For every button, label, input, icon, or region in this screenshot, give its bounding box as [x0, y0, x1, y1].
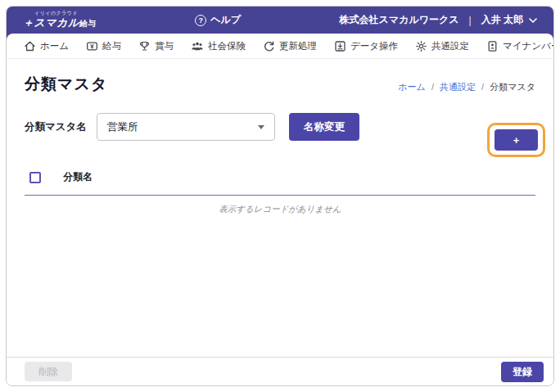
- nav-item-common-settings[interactable]: 共通設定: [415, 40, 469, 52]
- master-name-select-value: 営業所: [107, 120, 138, 134]
- user-menu[interactable]: 入井 太郎: [481, 13, 537, 27]
- nav-item-bonus[interactable]: 賞与: [138, 40, 174, 52]
- breadcrumb-separator: /: [431, 82, 434, 92]
- user-name: 入井 太郎: [481, 13, 523, 27]
- table-divider: [25, 195, 535, 196]
- app-logo[interactable]: イリイのクラウド ＋スマカル給与: [23, 11, 97, 29]
- logo-text: ＋スマカル給与: [23, 16, 97, 29]
- account-separator: |: [469, 15, 472, 26]
- refresh-icon: [263, 40, 275, 52]
- master-name-label: 分類マスタ名: [25, 120, 97, 134]
- add-button-highlight-annotation: +: [487, 123, 545, 157]
- category-name-column-header: 分類名: [63, 170, 93, 184]
- logo-plus-icon: ＋: [23, 16, 34, 29]
- select-caret-icon: [258, 125, 264, 129]
- logo-tagline: イリイのクラウド: [23, 11, 97, 16]
- main-nav: ホーム 給与 賞与 社会保険 更新処理 データ操作 共通設定 マイナンバー: [7, 34, 553, 59]
- footer-bar: 削除 登録: [7, 357, 553, 385]
- rename-button[interactable]: 名称変更: [289, 113, 359, 141]
- trophy-icon: [138, 40, 151, 52]
- breadcrumb-separator: /: [481, 82, 484, 92]
- page-title: 分類マスタ: [25, 74, 107, 95]
- chevron-down-icon: [529, 18, 537, 23]
- help-label: ヘルプ: [210, 13, 241, 27]
- main-content: 分類マスタ ホーム / 共通設定 / 分類マスタ 分類マスタ名 営業所 名称変更…: [7, 59, 553, 215]
- people-icon: [191, 40, 204, 52]
- home-icon: [24, 40, 36, 52]
- select-all-checkbox[interactable]: [29, 172, 41, 183]
- register-button[interactable]: 登録: [501, 362, 544, 382]
- help-button[interactable]: ? ヘルプ: [195, 13, 241, 27]
- nav-item-home[interactable]: ホーム: [24, 40, 69, 52]
- master-name-form-row: 分類マスタ名 営業所 名称変更: [25, 113, 535, 141]
- breadcrumb-common-settings-link[interactable]: 共通設定: [440, 82, 476, 92]
- nav-item-social-insurance[interactable]: 社会保険: [191, 40, 246, 52]
- breadcrumb-current: 分類マスタ: [490, 82, 535, 92]
- delete-button[interactable]: 削除: [25, 362, 72, 381]
- breadcrumb-home-link[interactable]: ホーム: [398, 82, 426, 92]
- account-area: 株式会社スマカルワークス | 入井 太郎: [340, 13, 537, 27]
- gear-icon: [415, 40, 427, 52]
- app-window: イリイのクラウド ＋スマカル給与 ? ヘルプ 株式会社スマカルワークス | 入井…: [6, 6, 554, 386]
- download-box-icon: [334, 40, 346, 52]
- nav-item-salary[interactable]: 給与: [86, 40, 121, 52]
- nav-item-mynumber[interactable]: マイナンバー: [486, 40, 554, 52]
- id-card-icon: [486, 40, 499, 52]
- company-name: 株式会社スマカルワークス: [340, 13, 459, 27]
- table-header-row: 分類名: [25, 170, 535, 184]
- payslip-icon: [86, 40, 98, 52]
- nav-item-data-ops[interactable]: データ操作: [334, 40, 398, 52]
- master-name-select[interactable]: 営業所: [97, 113, 275, 141]
- nav-item-update[interactable]: 更新処理: [263, 40, 317, 52]
- add-category-button[interactable]: +: [495, 129, 538, 151]
- empty-records-message: 表示するレコードがありません: [25, 204, 535, 215]
- breadcrumb: ホーム / 共通設定 / 分類マスタ: [398, 81, 535, 95]
- help-icon: ?: [195, 15, 206, 26]
